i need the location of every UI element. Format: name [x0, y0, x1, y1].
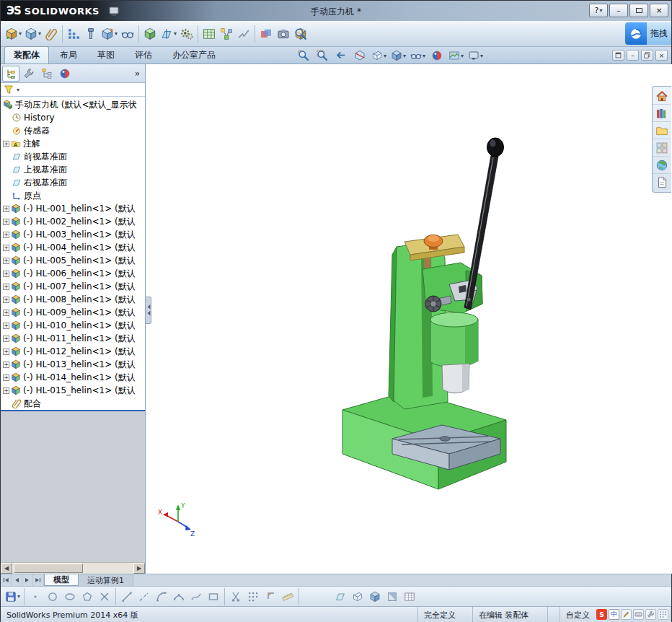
graphics-area[interactable]: X Y Z: [146, 64, 672, 574]
wrench-small-icon[interactable]: [645, 609, 656, 620]
explode-line-sketch-button[interactable]: [235, 24, 252, 44]
tree-item[interactable]: +(-) HL-014_helin<1> (默认: [1, 371, 145, 384]
task-pane-flyout[interactable]: 拖拽: [625, 22, 671, 45]
tree-item[interactable]: +(-) HL-005_helin<1> (默认: [1, 254, 145, 267]
zoom-to-fit-button[interactable]: [295, 48, 312, 63]
tree-expander-icon[interactable]: +: [3, 258, 9, 264]
panel-overflow-button[interactable]: »: [135, 69, 140, 79]
show-hidden-components-button[interactable]: [119, 24, 136, 44]
scroll-thumb[interactable]: [14, 564, 83, 573]
arc-tool-button[interactable]: [153, 588, 170, 605]
panel-tab-displaymanager[interactable]: [56, 66, 74, 82]
tree-expander-icon[interactable]: +: [3, 374, 9, 381]
tree-expander-icon[interactable]: +: [3, 297, 9, 303]
tree-item[interactable]: +(-) HL-012_helin<1> (默认: [1, 345, 145, 358]
mate-button[interactable]: [43, 24, 60, 44]
panel-collapse-handle[interactable]: [146, 297, 151, 324]
tree-expander-icon[interactable]: +: [3, 141, 9, 147]
panel-tab-propertymanager[interactable]: [20, 66, 37, 82]
view-palette-tab[interactable]: [653, 139, 671, 157]
appearances-scenes-tab[interactable]: [653, 157, 671, 174]
tree-item[interactable]: 配合: [1, 397, 145, 410]
rectangle-tool-button[interactable]: [205, 588, 222, 605]
three-point-arc-tool-button[interactable]: [170, 588, 187, 605]
tree-expander-icon[interactable]: +: [3, 232, 9, 238]
tree-item[interactable]: 右视基准面: [1, 176, 145, 189]
title-bar[interactable]: ЭS SOLIDWORKS 手动压力机 * ?▾–×: [1, 1, 671, 21]
tab-布局[interactable]: 布局: [50, 46, 87, 63]
section-tool-button[interactable]: [384, 588, 401, 605]
study-nav-next-button[interactable]: [22, 574, 33, 586]
tree-filter-row[interactable]: ▾: [1, 83, 145, 97]
trim-tool-button[interactable]: [227, 588, 244, 605]
tree-root-item[interactable]: 手动压力机 (默认<默认_显示状: [1, 98, 145, 111]
study-nav-previous-button[interactable]: [12, 574, 22, 586]
study-nav-last-button[interactable]: [33, 574, 44, 586]
hide-show-items-button[interactable]: ▾: [409, 48, 427, 63]
take-snapshot-button[interactable]: [275, 24, 292, 44]
shaded-view-button[interactable]: [366, 588, 384, 605]
tree-item[interactable]: +(-) HL-007_helin<1> (默认: [1, 280, 145, 293]
tree-expander-icon[interactable]: +: [3, 206, 9, 212]
spline-tool-button[interactable]: [187, 588, 205, 605]
status-custom[interactable]: 自定义 S中: [560, 607, 671, 622]
interference-detection-button[interactable]: [257, 24, 275, 44]
reference-geometry-button[interactable]: ▾: [159, 24, 178, 44]
sogou-ime-icon[interactable]: S: [596, 609, 607, 620]
view-settings-button[interactable]: ▾: [467, 48, 485, 63]
assembly-features-button[interactable]: [141, 24, 159, 44]
pen-icon[interactable]: [621, 609, 632, 620]
help-button[interactable]: ?▾: [589, 4, 608, 17]
tree-item[interactable]: +(-) HL-010_helin<1> (默认: [1, 319, 145, 332]
panel-tab-configurationmanager[interactable]: [38, 66, 56, 82]
file-explorer-tab[interactable]: [653, 122, 671, 139]
panel-tab-featuremanager-design-tree[interactable]: [2, 66, 19, 82]
tree-item[interactable]: 传感器: [1, 124, 145, 137]
zoom-to-area-button[interactable]: [314, 48, 331, 63]
tree-item[interactable]: +(-) HL-004_helin<1> (默认: [1, 241, 145, 254]
point-tool-button[interactable]: [27, 588, 44, 605]
edit-appearance-button[interactable]: [428, 48, 446, 63]
study-tab-1[interactable]: 模型: [44, 574, 79, 586]
tree-expander-icon[interactable]: +: [3, 323, 9, 329]
previous-view-button[interactable]: [332, 48, 350, 63]
maximize-button[interactable]: [629, 4, 648, 17]
tree-item[interactable]: +(-) HL-008_helin<1> (默认: [1, 293, 145, 306]
tree-item[interactable]: +A注解: [1, 137, 145, 150]
display-style-button[interactable]: ▾: [389, 48, 407, 63]
tree-item[interactable]: +(-) HL-003_helin<1> (默认: [1, 228, 145, 241]
tree-item[interactable]: History: [1, 111, 145, 124]
close-button[interactable]: ×: [650, 4, 668, 17]
tree-expander-icon[interactable]: +: [3, 349, 9, 355]
tree-item[interactable]: +(-) HL-001_helin<1> (默认: [1, 202, 145, 215]
tree-item[interactable]: +(-) HL-011_helin<1> (默认: [1, 332, 145, 345]
filter-icon[interactable]: [3, 84, 14, 95]
grid-small-icon[interactable]: [658, 609, 668, 620]
scroll-left-button[interactable]: ◀: [1, 563, 12, 574]
measure-tool-button[interactable]: [279, 588, 296, 605]
smart-fasteners-button[interactable]: [82, 24, 100, 44]
exploded-view-button[interactable]: [218, 24, 235, 44]
tree-item[interactable]: +(-) HL-013_helin<1> (默认: [1, 358, 145, 371]
design-library-tab[interactable]: [653, 105, 671, 122]
linear-component-pattern-button[interactable]: [65, 24, 82, 44]
ime-mode-button[interactable]: 中: [609, 609, 619, 620]
large-design-review-button[interactable]: [292, 24, 309, 44]
apply-scene-button[interactable]: ▾: [447, 48, 465, 63]
chamfer-tool-button[interactable]: [262, 588, 279, 605]
save-button[interactable]: ▾: [4, 588, 22, 605]
close-document-button[interactable]: ×: [655, 50, 668, 61]
edit-component-button[interactable]: ▾: [23, 24, 43, 44]
tree-item[interactable]: 上视基准面: [1, 163, 145, 176]
table-tool-button[interactable]: [401, 588, 418, 605]
tree-expander-icon[interactable]: +: [3, 310, 9, 316]
tab-装配体[interactable]: 装配体: [4, 46, 49, 63]
solidworks-resources-tab[interactable]: [653, 87, 671, 105]
move-component-button[interactable]: ▾: [100, 24, 119, 44]
new-motion-study-button[interactable]: [178, 24, 195, 44]
panel-horizontal-scrollbar[interactable]: ◀ ▶: [1, 562, 145, 574]
tree-expander-icon[interactable]: +: [3, 284, 9, 290]
tree-expander-icon[interactable]: +: [3, 387, 9, 394]
erase-tool-button[interactable]: [96, 588, 113, 605]
tree-item[interactable]: +(-) HL-002_helin<1> (默认: [1, 215, 145, 228]
